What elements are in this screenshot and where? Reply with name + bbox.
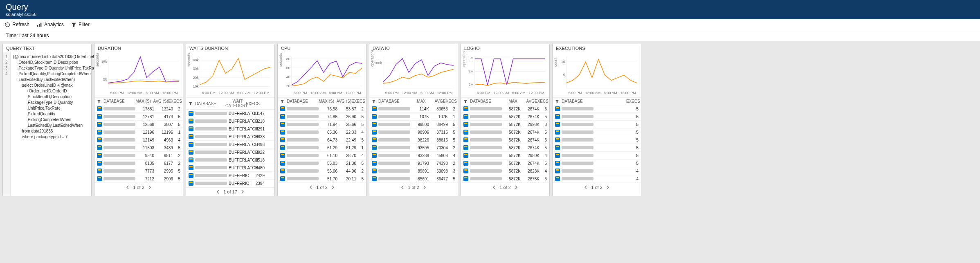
table-row[interactable]: 1150334395 — [94, 144, 183, 152]
filter-icon[interactable] — [555, 99, 559, 103]
table-row[interactable]: BUFFERLATCH2922 — [186, 148, 274, 156]
table-row[interactable]: 5 — [553, 128, 641, 136]
chart[interactable]: seconds 10k20k30k40k6:00 PM12:00 AM6:00 … — [186, 52, 274, 97]
chart[interactable]: seconds 5k15k6:00 PM12:00 AM6:00 AM12:00… — [94, 52, 183, 97]
col-1[interactable]: MAX (S) — [134, 99, 151, 103]
table-row[interactable]: BUFFERLATCH2518 — [186, 156, 274, 164]
table-row[interactable]: 98226388165 — [369, 136, 458, 144]
table-row[interactable]: 71.9425.665 — [278, 121, 366, 128]
sql-editor[interactable]: 1 2 3 4 (@max int)insert into data201835… — [3, 52, 91, 196]
chevron-left-icon[interactable] — [216, 190, 220, 194]
table-row[interactable]: 5 — [553, 160, 641, 167]
filter-button[interactable]: Filter — [71, 22, 90, 27]
chevron-right-icon[interactable] — [148, 185, 152, 189]
col-2[interactable]: AVG — [426, 99, 443, 103]
col-2[interactable]: EXECS — [243, 101, 260, 106]
table-row[interactable]: 4 — [553, 167, 641, 175]
col-1[interactable]: MAX (S) — [317, 99, 334, 103]
table-row[interactable]: BUFFERLATCH3496 — [186, 141, 274, 148]
table-row[interactable]: 85691364775 — [369, 175, 458, 183]
table-row[interactable]: 813561772 — [94, 160, 183, 167]
filter-icon[interactable] — [280, 99, 284, 103]
chevron-right-icon[interactable] — [241, 190, 245, 194]
table-row[interactable]: 5872K2674K5 — [461, 113, 549, 121]
table-row[interactable]: 56.6644.962 — [278, 167, 366, 175]
table-row[interactable]: 61.1028.704 — [278, 152, 366, 160]
col-3[interactable]: EXECS — [168, 99, 180, 103]
table-row[interactable]: 12196121961 — [94, 128, 183, 136]
table-row[interactable]: 5872K2675K5 — [461, 175, 549, 183]
table-row[interactable]: 1214949634 — [94, 136, 183, 144]
table-row[interactable]: 65.3622.334 — [278, 128, 366, 136]
filter-icon[interactable] — [97, 99, 101, 103]
table-row[interactable]: 5872K2823K4 — [461, 167, 549, 175]
table-row[interactable]: 5 — [553, 105, 641, 113]
col-3[interactable]: EXECS — [535, 99, 547, 103]
table-row[interactable]: 5 — [553, 113, 641, 121]
table-row[interactable]: 5872K2998K3 — [461, 121, 549, 128]
table-row[interactable]: 76.5853.872 — [278, 105, 366, 113]
chart[interactable]: operations 2M4M6M6:00 PM12:00 AM6:00 AM1… — [461, 52, 549, 97]
table-row[interactable]: BUFFERLATCH7291 — [186, 125, 274, 133]
table-row[interactable]: 721229065 — [94, 175, 183, 183]
chevron-right-icon[interactable] — [606, 185, 610, 189]
filter-icon[interactable] — [189, 101, 193, 106]
table-row[interactable]: 17881132402 — [94, 105, 183, 113]
chart[interactable]: count 5106:00 PM12:00 AM6:00 AM12:00 PM — [553, 52, 641, 97]
filter-icon[interactable] — [372, 99, 376, 103]
col-database[interactable]: DATABASE — [103, 99, 134, 103]
table-row[interactable]: 114K836532 — [369, 105, 458, 113]
table-row[interactable]: 51.7020.115 — [278, 175, 366, 183]
table-row[interactable]: 5 — [553, 144, 641, 152]
time-range[interactable]: Time: Last 24 hours — [0, 30, 980, 41]
chevron-left-icon[interactable] — [126, 185, 130, 189]
table-row[interactable]: 5 — [553, 152, 641, 160]
table-row[interactable]: 1256838075 — [94, 121, 183, 128]
table-row[interactable]: BUFFERLATCH9218 — [186, 117, 274, 125]
table-row[interactable]: BUFFERIO2429 — [186, 172, 274, 180]
filter-icon[interactable] — [463, 99, 468, 103]
table-row[interactable]: 107K107K1 — [369, 113, 458, 121]
col-database[interactable]: DATABASE — [470, 99, 500, 103]
col-1[interactable]: MAX — [500, 99, 517, 103]
chart[interactable]: operations 100k6:00 PM12:00 AM6:00 AM12:… — [369, 52, 458, 97]
table-row[interactable]: 64.7322.495 — [278, 136, 366, 144]
table-row[interactable]: 89891530983 — [369, 167, 458, 175]
table-row[interactable]: 99800384995 — [369, 121, 458, 128]
table-row[interactable]: 777329955 — [94, 167, 183, 175]
table-row[interactable]: 5872K2674K5 — [461, 160, 549, 167]
table-row[interactable]: 98906373155 — [369, 128, 458, 136]
table-row[interactable]: 5872K2980K4 — [461, 152, 549, 160]
col-1[interactable]: WAIT CATEGORY — [225, 99, 243, 108]
chevron-right-icon[interactable] — [423, 185, 427, 189]
table-row[interactable]: BUFFERLATCH2480 — [186, 164, 274, 172]
table-row[interactable]: 91793743982 — [369, 160, 458, 167]
table-row[interactable]: 61.2961.291 — [278, 144, 366, 152]
col-3[interactable]: EXECS — [626, 99, 638, 103]
col-3[interactable]: EXECS — [443, 99, 455, 103]
table-row[interactable]: 93288458084 — [369, 152, 458, 160]
col-2[interactable]: AVG (S) — [151, 99, 168, 103]
col-database[interactable]: DATABASE — [195, 101, 225, 106]
col-3[interactable]: EXECS — [351, 99, 364, 103]
table-row[interactable]: 56.8321.305 — [278, 160, 366, 167]
table-row[interactable]: BUFFERLATCH4833 — [186, 133, 274, 141]
refresh-button[interactable]: Refresh — [5, 22, 29, 27]
chevron-left-icon[interactable] — [584, 185, 588, 189]
col-database[interactable]: DATABASE — [562, 99, 592, 103]
table-row[interactable]: 5872K2674K5 — [461, 128, 549, 136]
analytics-button[interactable]: Analytics — [37, 22, 64, 27]
table-row[interactable]: 5872K2674K5 — [461, 105, 549, 113]
chevron-right-icon[interactable] — [331, 185, 335, 189]
col-2[interactable]: AVG — [517, 99, 535, 103]
table-row[interactable]: 5872K2674K5 — [461, 136, 549, 144]
table-row[interactable]: 954095112 — [94, 152, 183, 160]
chevron-left-icon[interactable] — [492, 185, 496, 189]
table-row[interactable]: 1278141735 — [94, 113, 183, 121]
table-row[interactable]: 5 — [553, 136, 641, 144]
chevron-right-icon[interactable] — [514, 185, 518, 189]
table-row[interactable]: 4 — [553, 175, 641, 183]
table-row[interactable]: 93595703042 — [369, 144, 458, 152]
chart[interactable]: seconds 204060806:00 PM12:00 AM6:00 AM12… — [278, 52, 366, 97]
table-row[interactable]: BUFFERLATCH10147 — [186, 110, 274, 117]
